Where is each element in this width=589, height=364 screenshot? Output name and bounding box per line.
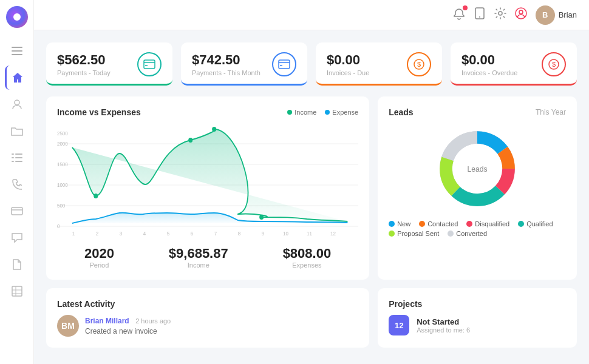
metric-icon-dollar-red: $ bbox=[542, 52, 566, 76]
main-wrapper: B Brian $562.50 Payments - Today $742.50… bbox=[34, 0, 589, 364]
folder-icon[interactable] bbox=[5, 119, 29, 143]
user-avatar-wrap[interactable]: B Brian bbox=[536, 5, 577, 25]
svg-rect-1 bbox=[12, 50, 22, 52]
activity-panel: Latest Activity BM Brian Millard 2 hours… bbox=[46, 288, 369, 348]
metric-label: Invoices - Overdue bbox=[461, 69, 517, 76]
svg-rect-4 bbox=[12, 153, 14, 155]
user-icon[interactable] bbox=[5, 92, 29, 116]
chart-svg-container: 0 500 1000 1500 2000 2500 1 2 3 4 5 6 7 bbox=[57, 123, 358, 238]
home-icon[interactable] bbox=[5, 66, 29, 90]
chart-stat-income: $9,685.87 Income bbox=[169, 246, 228, 269]
income-value: $9,685.87 bbox=[169, 246, 228, 261]
svg-rect-0 bbox=[12, 47, 22, 48]
activity-title: Latest Activity bbox=[57, 299, 115, 309]
avatar: B bbox=[536, 5, 555, 25]
svg-text:0: 0 bbox=[57, 223, 60, 230]
period-value: 2020 bbox=[84, 246, 114, 261]
activity-avatar: BM bbox=[57, 315, 79, 337]
svg-text:9: 9 bbox=[262, 231, 265, 237]
gear-icon[interactable] bbox=[494, 7, 506, 22]
svg-text:2000: 2000 bbox=[57, 141, 68, 147]
converted-dot bbox=[448, 231, 454, 237]
projects-panel: Projects 12 Not Started Assigned to me: … bbox=[378, 288, 577, 348]
svg-point-54 bbox=[94, 194, 98, 198]
metric-icon-dollar: $ bbox=[407, 52, 431, 76]
disqualified-dot bbox=[466, 221, 472, 227]
lower-row: Income vs Expenses Income Expense bbox=[46, 96, 577, 280]
user-name: Brian bbox=[559, 10, 577, 19]
metric-info: $742.50 Payments - This Month bbox=[192, 52, 260, 76]
svg-point-17 bbox=[479, 16, 480, 18]
list-icon[interactable] bbox=[5, 146, 29, 170]
chart-legend: Income Expense bbox=[287, 109, 358, 116]
legend-converted: Converted bbox=[448, 230, 487, 237]
metric-amount: $742.50 bbox=[192, 52, 260, 68]
chart-stats: 2020 Period $9,685.87 Income $808.00 Exp… bbox=[57, 246, 358, 269]
expenses-label: Expenses bbox=[283, 261, 332, 269]
svg-rect-8 bbox=[12, 161, 14, 162]
project-count-badge: 12 bbox=[389, 315, 409, 335]
leads-title: Leads bbox=[389, 107, 413, 117]
topnav: B Brian bbox=[34, 0, 589, 30]
metric-amount: $0.00 bbox=[327, 52, 369, 68]
income-legend: Income bbox=[287, 109, 316, 116]
svg-text:$: $ bbox=[417, 61, 421, 68]
card-icon[interactable] bbox=[5, 199, 29, 223]
activity-meta: Brian Millard 2 hours ago bbox=[85, 315, 171, 326]
project-assigned: Assigned to me: 6 bbox=[417, 326, 470, 334]
svg-text:7: 7 bbox=[214, 231, 217, 237]
bell-icon[interactable] bbox=[453, 8, 465, 22]
file-icon[interactable] bbox=[5, 252, 29, 277]
tablet-icon[interactable] bbox=[474, 7, 486, 22]
svg-text:Leads: Leads bbox=[467, 165, 487, 174]
svg-text:6: 6 bbox=[191, 231, 194, 237]
sidebar bbox=[0, 0, 34, 364]
hamburger-icon[interactable] bbox=[5, 39, 29, 63]
chart-title: Income vs Expenses bbox=[57, 107, 141, 117]
chart-stat-expenses: $808.00 Expenses bbox=[283, 246, 332, 269]
phone-icon[interactable] bbox=[5, 172, 29, 197]
income-expense-chart: 0 500 1000 1500 2000 2500 1 2 3 4 5 6 7 bbox=[57, 123, 358, 238]
svg-rect-2 bbox=[12, 54, 22, 55]
svg-text:12: 12 bbox=[330, 231, 336, 237]
activity-user-name: Brian Millard bbox=[85, 317, 129, 325]
chat-icon[interactable] bbox=[5, 226, 29, 250]
project-item: 12 Not Started Assigned to me: 6 bbox=[389, 315, 566, 335]
donut-chart-wrap: Leads bbox=[389, 123, 566, 214]
leads-donut-chart: Leads bbox=[432, 123, 523, 214]
svg-text:11: 11 bbox=[307, 231, 312, 237]
metric-icon-card2 bbox=[272, 52, 296, 76]
svg-point-20 bbox=[519, 10, 523, 14]
metric-info: $0.00 Invoices - Overdue bbox=[461, 52, 517, 76]
svg-text:2500: 2500 bbox=[57, 130, 68, 137]
period-label: Period bbox=[84, 261, 114, 269]
svg-rect-5 bbox=[15, 153, 22, 155]
proposal-sent-dot bbox=[389, 231, 395, 237]
metric-label: Payments - This Month bbox=[192, 69, 260, 76]
svg-point-18 bbox=[499, 12, 502, 15]
activity-content: Brian Millard 2 hours ago Created a new … bbox=[85, 315, 171, 335]
legend-qualified: Qualified bbox=[518, 220, 553, 228]
svg-rect-6 bbox=[12, 157, 14, 158]
metric-icon-card bbox=[137, 52, 162, 76]
metric-label: Payments - Today bbox=[57, 69, 111, 76]
metric-card-invoices-due: $0.00 Invoices - Due $ bbox=[316, 42, 442, 86]
svg-text:1000: 1000 bbox=[57, 182, 68, 189]
metric-card-invoices-overdue: $0.00 Invoices - Overdue $ bbox=[451, 42, 577, 86]
activity-item: BM Brian Millard 2 hours ago Created a n… bbox=[57, 315, 358, 337]
leads-period: This Year bbox=[536, 108, 566, 116]
metric-info: $562.50 Payments - Today bbox=[57, 52, 111, 76]
legend-proposal-sent: Proposal Sent bbox=[389, 230, 439, 237]
leads-panel: Leads This Year bbox=[378, 96, 577, 280]
table-icon[interactable] bbox=[5, 279, 29, 303]
svg-text:5: 5 bbox=[167, 231, 170, 237]
svg-point-55 bbox=[188, 138, 192, 143]
notification-badge bbox=[463, 5, 468, 10]
qualified-dot bbox=[518, 221, 524, 227]
projects-title: Projects bbox=[389, 299, 422, 309]
income-chart-panel: Income vs Expenses Income Expense bbox=[46, 96, 369, 280]
svg-rect-10 bbox=[12, 207, 22, 215]
svg-text:500: 500 bbox=[57, 203, 66, 209]
svg-text:3: 3 bbox=[120, 231, 123, 237]
user-circle-icon[interactable] bbox=[515, 7, 527, 22]
